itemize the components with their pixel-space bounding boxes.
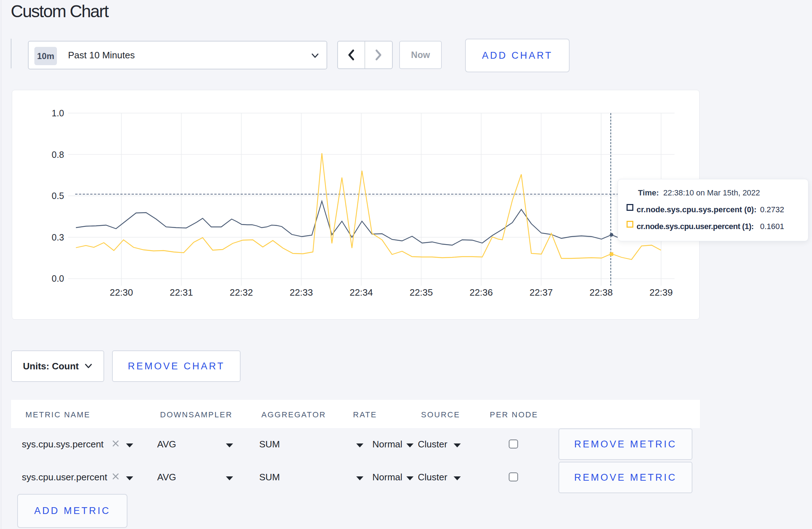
svg-text:22:31: 22:31 bbox=[170, 287, 193, 298]
svg-text:22:35: 22:35 bbox=[410, 287, 433, 298]
svg-text:22:36: 22:36 bbox=[469, 287, 493, 298]
svg-text:0.5: 0.5 bbox=[52, 191, 64, 201]
svg-text:22:32: 22:32 bbox=[229, 287, 253, 298]
svg-text:0.3: 0.3 bbox=[52, 232, 64, 242]
svg-text:22:33: 22:33 bbox=[290, 287, 313, 298]
svg-text:1.0: 1.0 bbox=[52, 108, 64, 118]
svg-text:22:30: 22:30 bbox=[110, 287, 133, 298]
svg-text:22:39: 22:39 bbox=[649, 287, 673, 298]
svg-text:0.8: 0.8 bbox=[52, 150, 64, 160]
svg-text:0.0: 0.0 bbox=[52, 273, 64, 283]
svg-text:22:34: 22:34 bbox=[349, 287, 373, 298]
svg-text:22:37: 22:37 bbox=[530, 287, 553, 298]
svg-text:22:38: 22:38 bbox=[589, 287, 613, 298]
